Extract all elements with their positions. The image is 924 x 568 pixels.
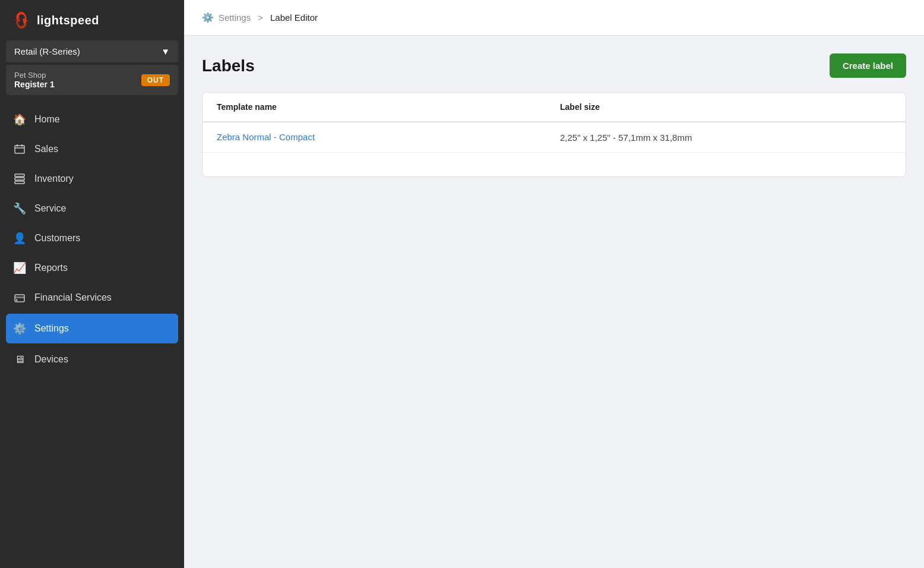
out-badge: OUT	[141, 74, 170, 86]
sidebar-item-label-settings: Settings	[34, 323, 69, 334]
svg-rect-8	[15, 296, 24, 298]
sidebar-item-label-home: Home	[34, 114, 60, 125]
col-template-name: Template name	[217, 102, 548, 112]
col-label-size: Label size	[560, 102, 891, 112]
sidebar-item-home[interactable]: 🏠 Home	[0, 105, 184, 134]
inventory-icon	[13, 172, 26, 185]
store-selector-label: Retail (R-Series)	[14, 46, 80, 56]
financial-services-icon	[13, 291, 26, 304]
breadcrumb-separator: >	[258, 12, 263, 23]
table-row: Zebra Normal - Compact 2,25" x 1,25" - 5…	[202, 122, 906, 153]
svg-point-9	[16, 299, 18, 301]
cell-label-size: 2,25" x 1,25" - 57,1mm x 31,8mm	[560, 132, 891, 143]
sidebar-nav: 🏠 Home Sales Invento	[0, 102, 184, 568]
sidebar: lightspeed Retail (R-Series) ▼ Pet Shop …	[0, 0, 184, 568]
logo: lightspeed	[0, 0, 184, 40]
table-empty-row	[202, 153, 906, 176]
register-details: Pet Shop Register 1	[14, 71, 55, 89]
store-selector-chevron: ▼	[161, 46, 170, 56]
svg-rect-5	[15, 178, 24, 180]
labels-table: Template name Label size Zebra Normal - …	[202, 92, 906, 177]
sales-icon	[13, 143, 26, 156]
page-header: Labels Create label	[202, 53, 906, 78]
sidebar-item-label-inventory: Inventory	[34, 173, 74, 184]
template-link[interactable]: Zebra Normal - Compact	[217, 132, 315, 142]
sidebar-item-label-sales: Sales	[34, 144, 58, 154]
logo-text: lightspeed	[37, 14, 99, 27]
breadcrumb-settings: Settings	[219, 12, 251, 23]
sidebar-item-label-reports: Reports	[34, 263, 68, 273]
register-info: Pet Shop Register 1 OUT	[6, 65, 178, 95]
reports-icon: 📈	[13, 261, 26, 274]
sidebar-item-label-devices: Devices	[34, 354, 68, 365]
svg-rect-6	[15, 181, 24, 184]
lightspeed-logo-icon	[12, 11, 31, 30]
devices-icon: 🖥	[13, 353, 26, 366]
svg-rect-4	[15, 174, 24, 176]
settings-icon: ⚙️	[13, 322, 26, 335]
sidebar-item-reports[interactable]: 📈 Reports	[0, 253, 184, 283]
create-label-button[interactable]: Create label	[830, 53, 906, 78]
breadcrumb-current: Label Editor	[270, 12, 318, 23]
sidebar-item-label-customers: Customers	[34, 233, 80, 244]
table-header: Template name Label size	[202, 93, 906, 122]
sidebar-item-label-service: Service	[34, 203, 66, 214]
sidebar-item-inventory[interactable]: Inventory	[0, 164, 184, 194]
page-title: Labels	[202, 56, 255, 75]
sidebar-item-devices[interactable]: 🖥 Devices	[0, 345, 184, 374]
store-selector[interactable]: Retail (R-Series) ▼	[6, 40, 178, 62]
service-icon: 🔧	[13, 202, 26, 215]
register-name: Register 1	[14, 80, 55, 89]
svg-rect-3	[21, 144, 23, 147]
settings-breadcrumb-icon: ⚙️	[202, 12, 214, 23]
sidebar-item-settings[interactable]: ⚙️ Settings	[6, 314, 178, 343]
content-area: Labels Create label Template name Label …	[184, 36, 924, 568]
customers-icon: 👤	[13, 232, 26, 245]
sidebar-item-service[interactable]: 🔧 Service	[0, 194, 184, 223]
main-content: ⚙️ Settings > Label Editor Labels Create…	[184, 0, 924, 568]
register-shop: Pet Shop	[14, 71, 55, 80]
topbar: ⚙️ Settings > Label Editor	[184, 0, 924, 36]
sidebar-item-financial-services[interactable]: Financial Services	[0, 283, 184, 313]
sidebar-item-sales[interactable]: Sales	[0, 134, 184, 164]
cell-template-name: Zebra Normal - Compact	[217, 132, 548, 143]
svg-rect-2	[17, 144, 18, 147]
home-icon: 🏠	[13, 113, 26, 126]
svg-rect-0	[15, 146, 24, 153]
sidebar-item-label-financial-services: Financial Services	[34, 292, 112, 303]
sidebar-item-customers[interactable]: 👤 Customers	[0, 223, 184, 253]
